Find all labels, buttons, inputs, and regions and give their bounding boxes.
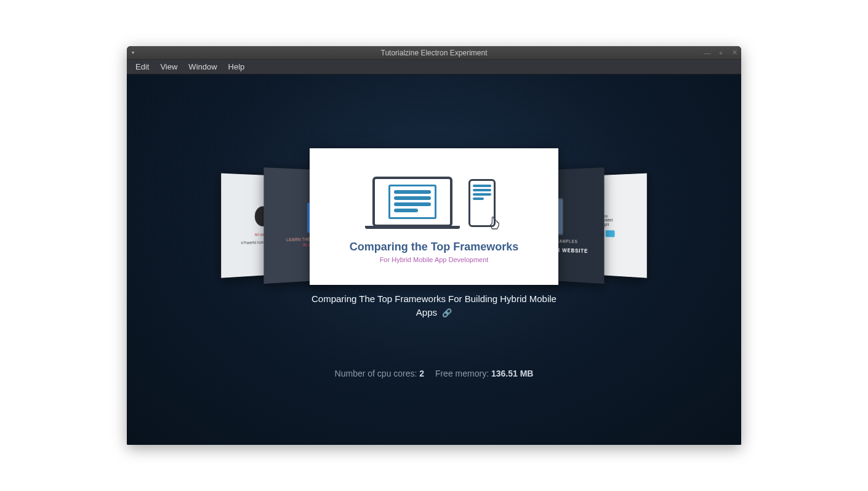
app-menu-icon[interactable]: ▾ [127, 46, 139, 59]
hand-pointer-icon [489, 217, 500, 230]
active-slide-caption: Comparing The Top Frameworks For Buildin… [305, 292, 563, 319]
mem-value: 136.51 MB [491, 369, 533, 378]
window-title: Tutorialzine Electron Experiment [381, 49, 488, 57]
caption-text: Comparing The Top Frameworks For Buildin… [311, 293, 557, 317]
menu-edit[interactable]: Edit [131, 61, 154, 73]
maximize-button[interactable]: + [717, 49, 725, 57]
slide-subheading: For Hybrid Mobile App Development [350, 256, 519, 263]
content-area: All our 50 Sprites 4 Powerful Icons for … [127, 74, 741, 445]
menu-view[interactable]: View [155, 61, 182, 73]
phone-icon [468, 179, 496, 227]
window-controls: — + ✕ [703, 46, 739, 59]
titlebar[interactable]: ▾ Tutorialzine Electron Experiment — + ✕ [127, 46, 741, 60]
center-illustration [372, 177, 496, 227]
system-stats: Number of cpu cores: 2 Free memory: 136.… [127, 369, 741, 378]
cpu-value: 2 [419, 369, 424, 378]
mem-label: Free memory: [435, 369, 489, 378]
menubar: Edit View Window Help [127, 60, 741, 74]
app-window: ▾ Tutorialzine Electron Experiment — + ✕… [127, 46, 741, 445]
link-icon[interactable]: 🔗 [442, 308, 452, 317]
menu-help[interactable]: Help [223, 61, 250, 73]
slide-heading: Comparing the Top Frameworks [350, 241, 519, 253]
minimize-button[interactable]: — [703, 49, 712, 57]
cpu-label: Number of cpu cores: [335, 369, 417, 378]
carousel-card-center[interactable]: Comparing the Top Frameworks For Hybrid … [310, 148, 558, 285]
menu-window[interactable]: Window [183, 61, 222, 73]
close-button[interactable]: ✕ [730, 49, 739, 57]
laptop-icon [372, 177, 452, 227]
